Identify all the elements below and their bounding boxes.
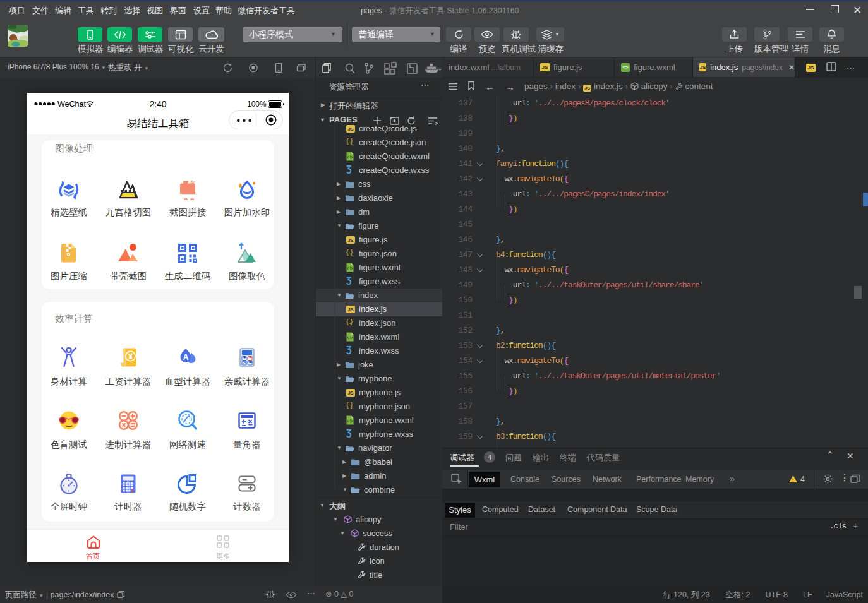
svg-text:=: =: [249, 360, 252, 366]
svg-text:A: A: [183, 353, 189, 362]
svg-text:×: ×: [243, 360, 246, 366]
